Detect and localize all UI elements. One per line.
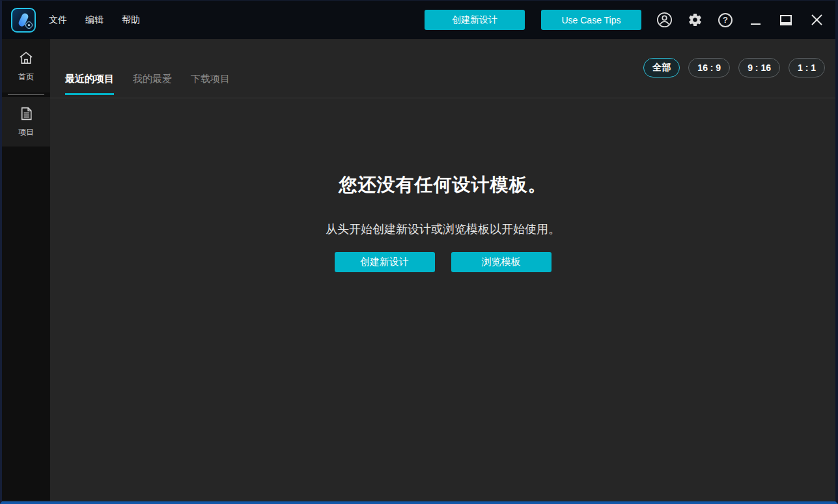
project-tabs: 最近的项目 我的最爱 下载项目 bbox=[65, 73, 230, 95]
use-case-tips-button[interactable]: Use Case Tips bbox=[541, 10, 641, 30]
desktop-edge-strip bbox=[835, 84, 838, 504]
app-logo-icon[interactable] bbox=[11, 8, 36, 33]
close-button[interactable] bbox=[808, 12, 825, 29]
close-icon bbox=[811, 14, 823, 26]
tab-recent-projects[interactable]: 最近的项目 bbox=[65, 73, 114, 95]
filter-9-16-pill[interactable]: 9 : 16 bbox=[738, 58, 780, 77]
tab-my-favorites[interactable]: 我的最爱 bbox=[133, 73, 172, 95]
sidebar-divider bbox=[8, 94, 44, 95]
minimize-button[interactable] bbox=[747, 12, 764, 29]
tabs-divider bbox=[50, 98, 835, 98]
logo-gear-dot bbox=[25, 21, 33, 29]
create-new-design-button[interactable]: 创建新设计 bbox=[425, 10, 525, 30]
browse-templates-button[interactable]: 浏览模板 bbox=[451, 252, 552, 272]
sidebar-item-home[interactable]: 首页 bbox=[2, 39, 50, 92]
sidebar-item-label: 项目 bbox=[18, 127, 34, 138]
empty-state-title: 您还没有任何设计模板。 bbox=[50, 173, 835, 197]
empty-state-subtitle: 从头开始创建新设计或浏览模板以开始使用。 bbox=[50, 221, 835, 237]
help-button[interactable]: ? bbox=[718, 12, 733, 29]
menu-help[interactable]: 帮助 bbox=[122, 14, 140, 26]
sidebar: 首页 项目 bbox=[2, 39, 50, 501]
tab-downloaded-projects[interactable]: 下载项目 bbox=[191, 73, 230, 95]
maximize-button[interactable] bbox=[777, 12, 794, 29]
menu-file[interactable]: 文件 bbox=[49, 14, 67, 26]
home-icon bbox=[18, 49, 35, 66]
main-content: 全部 16 : 9 9 : 16 1 : 1 最近的项目 我的最爱 下载项目 您… bbox=[50, 39, 835, 501]
help-icon: ? bbox=[718, 13, 733, 27]
gear-icon bbox=[688, 12, 703, 27]
filter-16-9-pill[interactable]: 16 : 9 bbox=[688, 58, 730, 77]
empty-state: 您还没有任何设计模板。 从头开始创建新设计或浏览模板以开始使用。 创建新设计 浏… bbox=[50, 173, 835, 272]
account-button[interactable] bbox=[656, 12, 672, 29]
empty-state-buttons: 创建新设计 浏览模板 bbox=[50, 252, 835, 272]
sidebar-item-label: 首页 bbox=[18, 72, 34, 83]
aspect-ratio-filters: 全部 16 : 9 9 : 16 1 : 1 bbox=[643, 58, 825, 77]
minimize-icon bbox=[751, 23, 761, 25]
menu-edit[interactable]: 编辑 bbox=[85, 14, 104, 26]
empty-create-design-button[interactable]: 创建新设计 bbox=[335, 252, 435, 272]
filter-all-pill[interactable]: 全部 bbox=[643, 58, 680, 77]
settings-button[interactable] bbox=[687, 12, 703, 29]
filter-1-1-pill[interactable]: 1 : 1 bbox=[789, 58, 825, 77]
app-window: 文件 编辑 帮助 创建新设计 Use Case Tips bbox=[0, 0, 838, 504]
menu-bar: 文件 编辑 帮助 bbox=[49, 14, 140, 26]
app-body: 首页 项目 全部 16 : 9 bbox=[2, 39, 835, 501]
titlebar: 文件 编辑 帮助 创建新设计 Use Case Tips bbox=[2, 1, 835, 39]
document-icon bbox=[18, 105, 35, 122]
sidebar-item-projects[interactable]: 项目 bbox=[2, 97, 50, 147]
account-icon bbox=[656, 12, 673, 28]
maximize-icon bbox=[780, 15, 792, 25]
